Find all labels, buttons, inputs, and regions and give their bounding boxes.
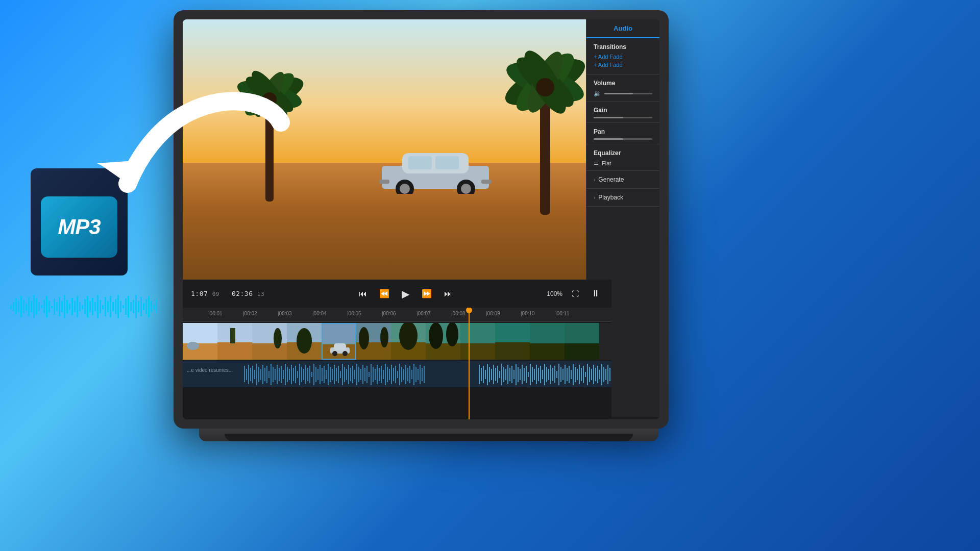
add-fade-out-btn[interactable]: + Add Fade: [594, 62, 652, 68]
fullscreen-btn[interactable]: ⛶: [569, 288, 582, 300]
svg-rect-21: [61, 301, 63, 312]
svg-rect-152: [301, 367, 302, 382]
svg-rect-183: [364, 368, 365, 381]
total-time-display: 02:36 13: [232, 290, 264, 297]
svg-rect-153: [303, 369, 304, 380]
equalizer-btn[interactable]: ⚌ Flat: [594, 160, 652, 166]
audio-track[interactable]: ...e video resumes...: [183, 361, 611, 387]
svg-rect-266: [587, 364, 588, 385]
svg-rect-29: [82, 305, 83, 309]
svg-rect-274: [603, 367, 604, 382]
thumb-clip-9: [460, 323, 495, 360]
svg-rect-137: [271, 364, 272, 385]
svg-rect-146: [289, 369, 290, 380]
svg-rect-5: [20, 296, 22, 317]
svg-rect-115: [460, 343, 495, 360]
equalizer-title: Equalizer: [594, 149, 652, 157]
svg-rect-209: [418, 369, 419, 380]
svg-rect-213: [479, 365, 480, 384]
svg-rect-255: [565, 365, 566, 384]
svg-rect-157: [311, 372, 312, 377]
svg-rect-139: [275, 369, 276, 380]
svg-rect-176: [350, 368, 351, 381]
volume-icon: 🔉: [594, 90, 601, 97]
gain-slider[interactable]: [594, 117, 652, 118]
pause-right-btn[interactable]: ⏸: [588, 286, 603, 301]
svg-rect-262: [579, 365, 580, 384]
svg-rect-136: [268, 371, 270, 378]
svg-rect-20: [59, 297, 60, 316]
svg-rect-260: [575, 367, 576, 382]
svg-rect-223: [499, 371, 500, 378]
svg-rect-257: [569, 366, 570, 383]
go-to-end-btn[interactable]: ⏭: [441, 287, 455, 300]
pan-slider[interactable]: [594, 138, 652, 140]
svg-rect-226: [505, 369, 506, 380]
svg-rect-45: [122, 305, 124, 308]
ruler-tick-10: |00:10: [521, 311, 535, 316]
gain-title: Gain: [594, 107, 652, 114]
svg-rect-182: [362, 365, 363, 384]
svg-rect-271: [597, 366, 598, 383]
svg-rect-111: [426, 343, 460, 360]
svg-rect-44: [120, 301, 121, 312]
svg-rect-227: [507, 365, 508, 384]
thumb-clip-7: [391, 323, 426, 360]
svg-rect-22: [64, 295, 65, 318]
fast-forward-btn[interactable]: ⏩: [419, 287, 435, 300]
svg-rect-253: [560, 367, 561, 382]
svg-rect-242: [538, 368, 539, 381]
timeline-area: |00:01 |00:02 |00:03 |00:04 |00:05 |00:0…: [183, 308, 611, 419]
svg-rect-220: [493, 365, 494, 384]
svg-rect-187: [373, 367, 374, 382]
svg-rect-48: [130, 302, 132, 311]
rewind-btn[interactable]: ⏪: [376, 287, 393, 300]
svg-rect-43: [117, 295, 119, 318]
eq-icon: ⚌: [594, 160, 599, 166]
svg-rect-178: [354, 370, 355, 379]
svg-point-93: [274, 328, 282, 348]
go-to-start-btn[interactable]: ⏮: [356, 287, 370, 300]
laptop-foot: [225, 434, 633, 441]
svg-rect-261: [577, 369, 578, 380]
play-btn[interactable]: ▶: [399, 286, 412, 302]
svg-rect-269: [593, 365, 594, 384]
add-fade-in-btn[interactable]: + Add Fade: [594, 54, 652, 60]
svg-rect-172: [342, 364, 343, 385]
svg-rect-8: [28, 297, 30, 316]
svg-rect-158: [313, 364, 314, 385]
svg-rect-177: [352, 366, 353, 383]
video-track[interactable]: [183, 323, 611, 360]
ruler-tick-4: |00:04: [312, 311, 327, 316]
svg-rect-31: [87, 296, 88, 317]
svg-rect-189: [377, 365, 378, 384]
chevron-right-icon: ›: [594, 177, 595, 183]
svg-rect-256: [567, 368, 568, 381]
mp3-label: MP3: [58, 215, 100, 239]
playback-item[interactable]: › Playback: [586, 189, 659, 207]
ruler-tick-1: |00:01: [208, 311, 223, 316]
svg-rect-119: [530, 343, 565, 360]
svg-rect-4: [18, 301, 19, 312]
ruler-tick-7: |00:07: [416, 311, 431, 316]
svg-rect-168: [334, 365, 335, 384]
panel-transitions: Transitions + Add Fade + Add Fade: [586, 38, 659, 74]
ruler-tick-5: |00:05: [347, 311, 361, 316]
playhead[interactable]: [469, 308, 470, 419]
thumb-clip-12: [565, 323, 599, 360]
panel-volume: Volume 🔉: [586, 74, 659, 102]
svg-rect-52: [140, 297, 142, 316]
svg-rect-190: [379, 368, 380, 381]
svg-rect-164: [326, 370, 327, 379]
tab-audio[interactable]: Audio: [586, 19, 659, 38]
svg-rect-263: [581, 368, 582, 381]
svg-rect-84: [481, 180, 492, 184]
svg-rect-54: [145, 299, 147, 314]
volume-slider[interactable]: [604, 93, 652, 94]
svg-rect-270: [595, 368, 596, 381]
palm-tree-right: [494, 19, 596, 215]
svg-rect-145: [287, 367, 288, 382]
svg-rect-143: [283, 370, 284, 379]
generate-item[interactable]: › Generate: [586, 171, 659, 189]
svg-rect-197: [393, 368, 394, 381]
